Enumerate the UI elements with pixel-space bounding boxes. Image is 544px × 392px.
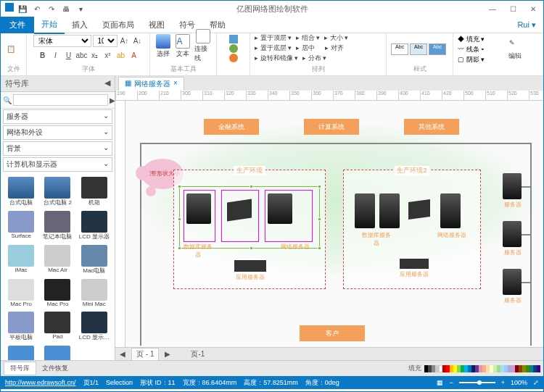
center[interactable]: ▸ 居中 xyxy=(296,43,315,53)
server-icon[interactable] xyxy=(355,193,375,228)
switch-icon[interactable] xyxy=(227,199,252,222)
cat-servers[interactable]: 服务器⌄ xyxy=(3,109,112,124)
view-mode-icon[interactable]: ▦ xyxy=(437,379,443,386)
node-client[interactable]: 客户 xyxy=(300,325,365,341)
shape-item[interactable]: Mac电脑 xyxy=(77,243,112,276)
user-name[interactable]: Rui ▾ xyxy=(517,20,543,30)
undo-icon[interactable]: ↶ xyxy=(31,3,43,14)
shape-item[interactable]: iMac xyxy=(4,243,38,276)
sidebar-collapse-icon[interactable]: ◀ xyxy=(104,78,110,89)
fill-menu[interactable]: ◆ 填充 ▾ xyxy=(458,35,485,44)
node-finance[interactable]: 金融系统 xyxy=(204,119,259,135)
shape-item[interactable]: Mini Mac xyxy=(77,278,112,309)
shadow-menu[interactable]: ▢ 阴影 ▾ xyxy=(458,55,485,64)
paste-icon[interactable]: 📋 xyxy=(5,43,17,55)
send-back[interactable]: ▸ 置于底层 ▾ xyxy=(255,43,292,53)
shape-item[interactable]: 笔记本电脑 xyxy=(40,209,75,242)
style-preset[interactable]: Abc xyxy=(410,43,427,55)
style-preset[interactable]: Abc xyxy=(391,43,408,55)
server-icon[interactable] xyxy=(503,269,522,295)
fontcolor-icon[interactable]: A xyxy=(128,49,140,61)
server-icon[interactable] xyxy=(268,193,292,224)
group[interactable]: ▸ 组合 ▾ xyxy=(296,33,320,43)
page-current[interactable]: 页 - 1 xyxy=(131,348,159,361)
page-link[interactable]: 页-1 xyxy=(191,349,205,359)
shape-item[interactable]: Surface xyxy=(4,209,38,242)
search-input[interactable] xyxy=(13,94,108,106)
underline-icon[interactable]: U xyxy=(63,49,75,61)
edit-button[interactable]: ✎编辑 xyxy=(508,39,522,61)
shape-item[interactable]: 台式电脑 2 xyxy=(40,175,75,208)
shape-circle-icon[interactable] xyxy=(229,44,238,53)
node-compute[interactable]: 计算系统 xyxy=(304,119,359,135)
tab-close-icon[interactable]: × xyxy=(173,79,178,89)
status-url[interactable]: http://www.edrawsoft.cn/ xyxy=(5,379,76,386)
font-select[interactable]: 宋体 xyxy=(33,35,91,47)
server-icon[interactable] xyxy=(400,259,429,269)
grow-font-icon[interactable]: A↑ xyxy=(119,36,131,47)
bring-front[interactable]: ▸ 置于顶层 ▾ xyxy=(255,33,292,43)
switch-icon[interactable] xyxy=(408,199,430,220)
line-menu[interactable]: 〰 线条 ▾ xyxy=(458,45,485,54)
footer-recover[interactable]: 文件恢复 xyxy=(36,362,74,375)
select-tool[interactable]: 选择 xyxy=(154,34,172,59)
rotate[interactable]: ▸ 旋转和镜像 ▾ xyxy=(255,54,298,63)
shrink-font-icon[interactable]: A↓ xyxy=(132,36,144,47)
shape-item[interactable]: 机箱 xyxy=(77,175,112,208)
tab-network[interactable]: ▦网络服务器× xyxy=(118,77,184,91)
save-icon[interactable]: 💾 xyxy=(17,3,28,14)
shape-item[interactable]: 平板电脑 xyxy=(4,310,38,343)
fontsize-select[interactable]: 10 xyxy=(93,35,118,47)
more-icon[interactable]: ▾ xyxy=(75,3,86,14)
distribute[interactable]: ▸ 分布 ▾ xyxy=(302,54,326,63)
shape-item[interactable]: 查询计算… xyxy=(40,344,75,360)
shape-item[interactable]: Mac Air xyxy=(40,243,75,276)
minimize-button[interactable]: — xyxy=(482,1,503,17)
shape-item[interactable]: Mac Pro xyxy=(40,278,75,309)
page-prev-icon[interactable]: ◀ xyxy=(120,350,125,358)
shape-item[interactable]: 台式电脑 xyxy=(4,175,38,208)
menu-start[interactable]: 开始 xyxy=(34,16,65,34)
shape-item[interactable]: 查询计算… xyxy=(4,344,38,360)
zoom-slider[interactable] xyxy=(459,382,495,383)
footer-lib[interactable]: 符号库 xyxy=(4,362,36,375)
align[interactable]: ▸ 对齐 xyxy=(325,43,344,53)
cat-computers[interactable]: 计算机和显示器⌄ xyxy=(3,157,112,172)
shape-item[interactable]: Mac Pro xyxy=(4,278,38,309)
menu-layout[interactable]: 页面布局 xyxy=(95,17,141,33)
menu-insert[interactable]: 插入 xyxy=(65,17,95,33)
strike-icon[interactable]: abc xyxy=(76,49,88,61)
cat-network[interactable]: 网络和外设⌄ xyxy=(3,125,112,140)
node-other[interactable]: 其他系统 xyxy=(404,119,459,135)
shape-rect-icon[interactable] xyxy=(229,35,238,43)
maximize-button[interactable]: ☐ xyxy=(503,1,523,17)
shape-item[interactable]: LCD 显示器 xyxy=(77,209,112,242)
search-icon[interactable]: 🔍 xyxy=(3,94,12,106)
shape-item[interactable]: LCD 显示… xyxy=(77,310,112,343)
canvas[interactable]: 金融系统 计算系统 其他系统 调整形状大小 生产环境 生产环境2 xyxy=(125,101,544,347)
highlight-icon[interactable]: ab xyxy=(115,49,127,61)
server-icon[interactable] xyxy=(379,193,400,228)
server-icon[interactable] xyxy=(503,221,522,247)
close-button[interactable]: ✕ xyxy=(523,1,543,17)
server-icon[interactable] xyxy=(186,193,211,224)
page-next-icon[interactable]: ▶ xyxy=(165,350,170,358)
shape-item[interactable]: Pad xyxy=(40,310,75,343)
italic-icon[interactable]: I xyxy=(50,49,62,61)
shape-oval-icon[interactable] xyxy=(229,54,238,62)
sub-icon[interactable]: x₂ xyxy=(89,49,101,61)
server-icon[interactable] xyxy=(440,193,461,228)
zoom-in-icon[interactable]: + xyxy=(501,379,505,386)
print-icon[interactable]: 🖶 xyxy=(60,3,72,14)
style-preset[interactable]: Abc xyxy=(429,43,446,55)
sup-icon[interactable]: x² xyxy=(102,49,114,61)
connector-tool[interactable]: 连接线 xyxy=(194,29,212,63)
cat-background[interactable]: 背景⌄ xyxy=(3,141,112,156)
server-icon[interactable] xyxy=(503,173,522,199)
color-palette[interactable] xyxy=(424,365,540,372)
menu-file[interactable]: 文件 xyxy=(1,17,34,33)
redo-icon[interactable]: ↷ xyxy=(46,3,57,14)
size[interactable]: ▸ 大小 ▾ xyxy=(324,33,348,43)
server-icon[interactable] xyxy=(234,260,266,272)
bold-icon[interactable]: B xyxy=(37,49,49,61)
